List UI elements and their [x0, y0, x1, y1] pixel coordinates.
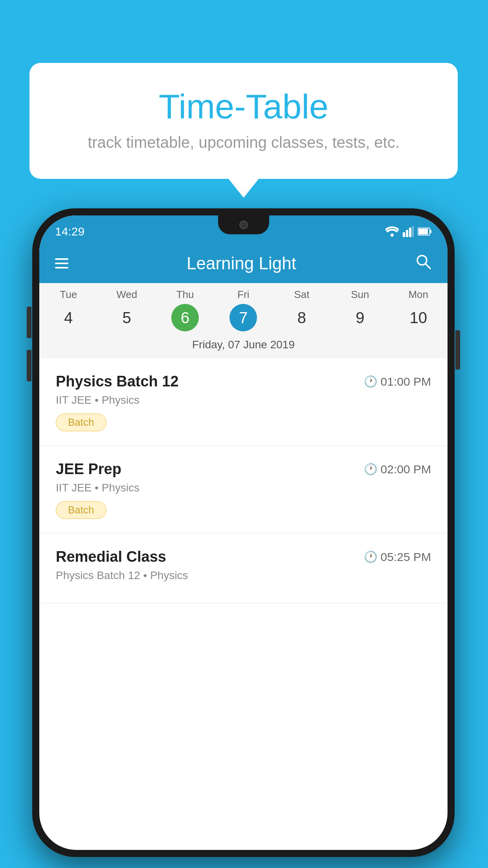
phone-screen: 14:29	[39, 215, 448, 850]
phone-mockup: 14:29	[32, 208, 455, 857]
calendar-section: Tue4Wed5Thu6Fri7Sat8Sun9Mon10 Friday, 07…	[39, 283, 448, 358]
camera	[239, 221, 248, 229]
search-icon[interactable]	[415, 253, 432, 274]
schedule-item-header: Remedial Class🕐 05:25 PM	[56, 548, 431, 565]
svg-point-0	[391, 234, 394, 237]
tooltip-subtitle: track timetable, upcoming classes, tests…	[61, 134, 426, 151]
day-number: 8	[288, 304, 316, 331]
day-name: Tue	[39, 289, 97, 301]
batch-badge: Batch	[56, 414, 106, 431]
selected-date-label: Friday, 07 June 2019	[39, 333, 448, 358]
status-time: 14:29	[55, 225, 84, 238]
app-header: Learning Light	[39, 244, 448, 283]
power-button	[455, 330, 460, 370]
svg-line-9	[426, 264, 430, 268]
notch	[218, 215, 269, 234]
day-name: Sun	[331, 289, 389, 301]
calendar-day-col[interactable]: Mon10	[389, 289, 448, 331]
schedule-item-name: JEE Prep	[56, 461, 121, 478]
day-number: 6	[171, 304, 199, 331]
schedule-sub: Physics Batch 12 • Physics	[56, 569, 431, 582]
status-icons	[385, 226, 432, 237]
svg-rect-2	[406, 230, 408, 237]
schedule-sub: IIT JEE • Physics	[56, 394, 431, 406]
schedule-item-header: JEE Prep🕐 02:00 PM	[56, 461, 431, 478]
volume-up-button	[27, 307, 31, 338]
calendar-days-row: Tue4Wed5Thu6Fri7Sat8Sun9Mon10	[39, 283, 448, 333]
schedule-sub: IIT JEE • Physics	[56, 482, 431, 494]
svg-rect-4	[412, 226, 414, 237]
schedule-item[interactable]: JEE Prep🕐 02:00 PMIIT JEE • PhysicsBatch	[39, 446, 448, 533]
schedule-item[interactable]: Physics Batch 12🕐 01:00 PMIIT JEE • Phys…	[39, 358, 448, 446]
day-number: 9	[346, 304, 374, 331]
svg-rect-6	[418, 229, 428, 234]
volume-down-button	[27, 350, 31, 381]
wifi-icon	[385, 226, 399, 237]
calendar-day-col[interactable]: Sat8	[273, 289, 331, 331]
schedule-time: 🕐 01:00 PM	[364, 375, 431, 388]
tooltip-title: Time-Table	[61, 86, 426, 127]
day-number: 5	[113, 304, 141, 331]
clock-icon: 🕐	[364, 550, 378, 563]
day-number: 10	[405, 304, 432, 331]
day-number: 4	[55, 304, 82, 331]
day-name: Mon	[389, 289, 448, 301]
schedule-item[interactable]: Remedial Class🕐 05:25 PMPhysics Batch 12…	[39, 533, 448, 603]
schedule-time: 🕐 02:00 PM	[364, 463, 431, 476]
battery-icon	[418, 227, 432, 236]
schedule-item-name: Remedial Class	[56, 548, 166, 565]
calendar-day-col[interactable]: Thu6	[156, 289, 214, 331]
calendar-day-col[interactable]: Wed5	[97, 289, 156, 331]
clock-icon: 🕐	[364, 375, 378, 388]
signal-icon	[403, 226, 414, 237]
day-name: Thu	[156, 289, 214, 301]
hamburger-menu-icon[interactable]	[55, 258, 68, 268]
calendar-day-col[interactable]: Sun9	[331, 289, 389, 331]
day-name: Fri	[214, 289, 272, 301]
day-number: 7	[229, 304, 257, 331]
day-name: Sat	[273, 289, 331, 301]
schedule-item-name: Physics Batch 12	[56, 373, 179, 390]
schedule-time: 🕐 05:25 PM	[364, 550, 431, 564]
day-name: Wed	[97, 289, 156, 301]
svg-rect-3	[409, 228, 411, 237]
clock-icon: 🕐	[364, 463, 378, 476]
svg-rect-7	[430, 230, 431, 233]
calendar-day-col[interactable]: Tue4	[39, 289, 97, 331]
schedule-item-header: Physics Batch 12🕐 01:00 PM	[56, 373, 431, 390]
batch-badge: Batch	[56, 501, 106, 519]
calendar-day-col[interactable]: Fri7	[214, 289, 272, 331]
svg-rect-1	[403, 232, 405, 237]
app-title: Learning Light	[80, 254, 403, 273]
tooltip-card: Time-Table track timetable, upcoming cla…	[29, 63, 458, 179]
schedule-list: Physics Batch 12🕐 01:00 PMIIT JEE • Phys…	[39, 358, 448, 603]
